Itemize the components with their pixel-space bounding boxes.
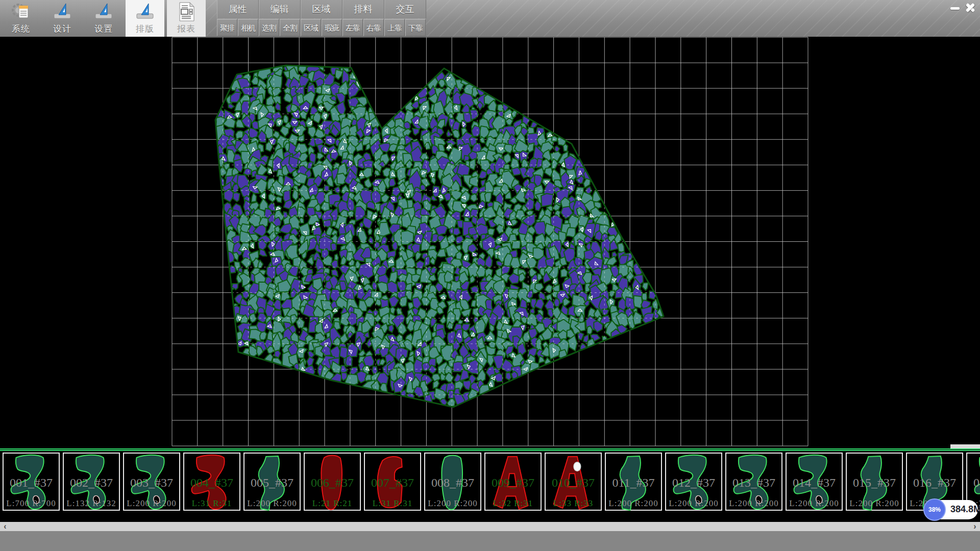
piece-cell-001_#37[interactable]: 001_#37L:700 R:700 bbox=[3, 453, 60, 511]
tool-button-5[interactable]: 区域 bbox=[301, 19, 321, 36]
piece-lr-count: L:31 R:31 bbox=[365, 498, 420, 509]
tool-button-7[interactable]: 左靠 bbox=[342, 19, 363, 36]
tool-button-9[interactable]: 上靠 bbox=[384, 19, 405, 36]
piece-lr-count: L:200 R:200 bbox=[787, 498, 842, 509]
piece-lr-count: L:132 R:132 bbox=[64, 498, 119, 509]
piece-cell-009_#37[interactable]: 009_#37L:32 R:31 bbox=[484, 453, 542, 511]
report-document-icon bbox=[176, 2, 197, 22]
app-button-5[interactable]: 报表 bbox=[167, 0, 206, 37]
scroll-right-icon[interactable]: › bbox=[970, 522, 980, 531]
piece-name: 011_#37 bbox=[606, 476, 661, 490]
piece-cell-005_#37[interactable]: 005_#37L:200 R:200 bbox=[243, 453, 301, 511]
piece-name: 017_#37 bbox=[967, 476, 980, 490]
app-button-label: 系统 bbox=[2, 23, 40, 35]
piece-lr-count: L:31 R:31 bbox=[184, 498, 239, 509]
piece-cell-007_#37[interactable]: 007_#37L:31 R:31 bbox=[364, 453, 421, 511]
piece-lr-count: L:32 R:31 bbox=[485, 498, 541, 509]
piece-name: 012_#37 bbox=[666, 476, 721, 490]
piece-cell-006_#37[interactable]: 006_#37L:21 R:21 bbox=[304, 453, 361, 511]
piece-cell-002_#37[interactable]: 002_#37L:132 R:132 bbox=[63, 453, 120, 511]
piece-name: 010_#37 bbox=[546, 476, 601, 490]
piece-lr-count: L:200 R:200 bbox=[244, 498, 300, 509]
piece-name: 001_#37 bbox=[4, 476, 59, 490]
piece-name: 007_#37 bbox=[365, 476, 420, 490]
app-button-2[interactable]: 设计 bbox=[43, 0, 82, 37]
piece-name: 014_#37 bbox=[787, 476, 842, 490]
app-button-label: 设置 bbox=[84, 23, 123, 35]
piece-lr-count: L:21 R:21 bbox=[305, 498, 360, 509]
tool-button-8[interactable]: 右靠 bbox=[363, 19, 384, 36]
menu-item-4[interactable]: 排料 bbox=[342, 0, 384, 18]
piece-name: 005_#37 bbox=[244, 476, 300, 490]
piece-lr-count: L:200 R:200 bbox=[425, 498, 480, 509]
close-icon[interactable] bbox=[964, 2, 977, 14]
layout-ruler-icon bbox=[135, 2, 155, 22]
piece-name: 003_#37 bbox=[124, 476, 179, 490]
nesting-canvas[interactable] bbox=[0, 37, 980, 448]
piece-cell-008_#37[interactable]: 008_#37L:200 R:200 bbox=[424, 453, 481, 511]
piece-name: 016_#37 bbox=[907, 476, 962, 490]
piece-cell-014_#37[interactable]: 014_#37L:200 R:200 bbox=[786, 453, 843, 511]
app-button-label: 设计 bbox=[43, 23, 82, 35]
piece-lr-count: L:33 R:33 bbox=[546, 498, 601, 509]
piece-lr-count: L:200 R:200 bbox=[847, 498, 902, 509]
app-button-3[interactable]: 设置 bbox=[84, 0, 123, 37]
menu-item-3[interactable]: 区域 bbox=[301, 0, 342, 18]
top-toolbar: 系统设计设置排版报表 属性编辑区域排料交互 聚排相机选割全割区域瑕疵左靠右靠上靠… bbox=[0, 0, 980, 37]
piece-cell-004_#37[interactable]: 004_#37L:31 R:31 bbox=[183, 453, 240, 511]
piece-name: 004_#37 bbox=[184, 476, 239, 490]
app-button-label: 报表 bbox=[167, 23, 206, 35]
piece-cell-003_#37[interactable]: 003_#37L:200 R:200 bbox=[123, 453, 180, 511]
tool-button-10[interactable]: 下靠 bbox=[405, 19, 426, 36]
piece-cell-010_#37[interactable]: 010_#37L:33 R:33 bbox=[545, 453, 602, 511]
piece-name: 015_#37 bbox=[847, 476, 902, 490]
status-strip bbox=[0, 531, 980, 551]
piece-cell-011_#37[interactable]: 011_#37L:200 R:200 bbox=[605, 453, 662, 511]
piece-name: 002_#37 bbox=[64, 476, 119, 490]
minimize-icon[interactable] bbox=[948, 2, 962, 14]
piece-cell-012_#37[interactable]: 012_#37L:200 R:200 bbox=[665, 453, 722, 511]
app-button-1[interactable]: 系统 bbox=[2, 0, 40, 37]
memory-percent-indicator: 38% bbox=[923, 498, 946, 521]
nest-layout-svg bbox=[0, 37, 980, 448]
piece-name: 009_#37 bbox=[485, 476, 541, 490]
piece-lr-count: L:700 R:700 bbox=[4, 498, 59, 509]
tool-button-6[interactable]: 瑕疵 bbox=[322, 19, 342, 36]
piece-name: 006_#37 bbox=[305, 476, 360, 490]
tool-button-4[interactable]: 全割 bbox=[280, 19, 300, 36]
piece-lr-count: L:200 R:200 bbox=[606, 498, 661, 509]
memory-badge: 38% 384.8M bbox=[925, 500, 978, 519]
app-button-label: 排版 bbox=[126, 23, 164, 35]
tool-button-1[interactable]: 聚排 bbox=[217, 19, 237, 36]
piece-cell-015_#37[interactable]: 015_#37L:200 R:200 bbox=[846, 453, 903, 511]
system-gear-icon bbox=[11, 2, 31, 22]
piece-name: 008_#37 bbox=[425, 476, 480, 490]
piece-name: 013_#37 bbox=[726, 476, 781, 490]
memory-value: 384.8M bbox=[950, 504, 980, 515]
tool-button-3[interactable]: 选割 bbox=[259, 19, 279, 36]
strip-mini-scrollbar[interactable] bbox=[950, 444, 980, 448]
horizontal-scrollbar[interactable]: ‹ › bbox=[0, 522, 980, 531]
tool-button-2[interactable]: 相机 bbox=[238, 19, 258, 36]
app-window: 系统设计设置排版报表 属性编辑区域排料交互 聚排相机选割全割区域瑕疵左靠右靠上靠… bbox=[0, 0, 980, 551]
app-button-4[interactable]: 排版 bbox=[126, 0, 164, 37]
piece-lr-count: L:200 R:200 bbox=[124, 498, 179, 509]
piece-cell-013_#37[interactable]: 013_#37L:200 R:200 bbox=[725, 453, 782, 511]
piece-lr-count: L:200 R:200 bbox=[666, 498, 721, 509]
design-ruler-icon bbox=[52, 2, 72, 22]
menu-item-1[interactable]: 属性 bbox=[217, 0, 259, 18]
menu-item-2[interactable]: 编辑 bbox=[259, 0, 301, 18]
piece-lr-count: L:200 R:200 bbox=[726, 498, 781, 509]
settings-ruler-icon bbox=[93, 2, 114, 22]
piece-thumbnail-strip: 001_#37L:700 R:700002_#37L:132 R:132003_… bbox=[0, 451, 980, 522]
menu-item-5[interactable]: 交互 bbox=[384, 0, 426, 18]
scroll-left-icon[interactable]: ‹ bbox=[0, 522, 10, 531]
